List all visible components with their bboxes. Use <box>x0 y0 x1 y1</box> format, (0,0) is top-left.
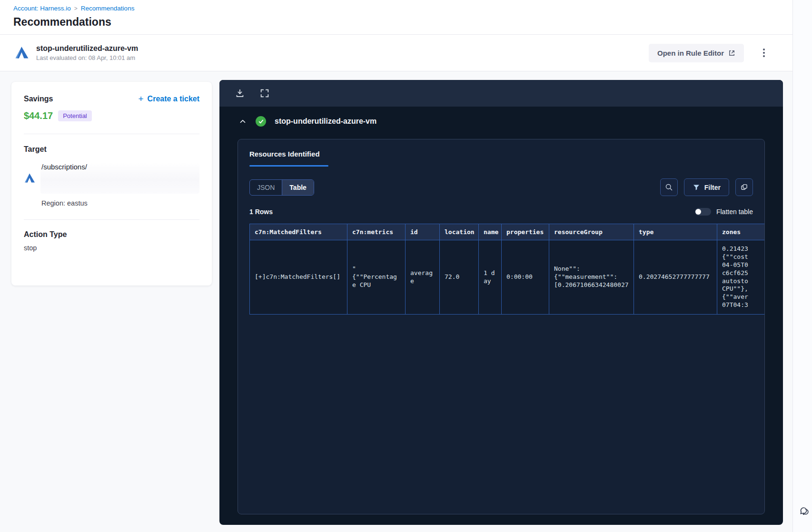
flatten-table-toggle[interactable] <box>695 208 711 216</box>
breadcrumb-recommendations-link[interactable]: Recommendations <box>81 5 135 12</box>
column-header-type: type <box>634 224 717 240</box>
open-in-rule-editor-label: Open in Rule Editor <box>657 49 724 57</box>
resources-table: c7n:MatchedFilters c7n:metrics id locati… <box>249 224 765 315</box>
divider <box>24 134 199 134</box>
cell-c7n-metrics: " {""Percentage CPU <box>347 240 406 315</box>
target-path: /subscriptions/ <box>40 162 199 171</box>
resources-viewer-panel: stop-underutilized-azure-vm Resources Id… <box>219 80 783 525</box>
resources-table-container[interactable]: c7n:MatchedFilters c7n:metrics id locati… <box>249 224 765 315</box>
filter-label: Filter <box>704 184 721 191</box>
copy-icon <box>740 183 749 192</box>
cell-type: 0.20274652777777777 <box>634 240 717 315</box>
tab-active-underline <box>249 165 328 167</box>
table-row: [+]c7n:MatchedFilters[] " {""Percentage … <box>250 240 765 315</box>
summary-card: Savings + Create a ticket $44.17 Potenti… <box>11 82 212 286</box>
breadcrumb: Account: Harness.io > Recommendations <box>13 5 134 12</box>
external-link-icon <box>728 49 735 57</box>
viewer-toolbar <box>219 80 783 107</box>
action-type-label: Action Type <box>24 230 199 239</box>
breadcrumb-separator: > <box>74 5 78 12</box>
view-mode-json[interactable]: JSON <box>250 180 282 195</box>
tab-resources-identified[interactable]: Resources Identified <box>249 150 328 167</box>
divider <box>24 219 199 220</box>
collapse-chevron-icon[interactable] <box>238 117 247 126</box>
copy-button[interactable] <box>735 178 753 196</box>
chat-launcher-button[interactable] <box>798 504 812 519</box>
view-mode-table[interactable]: Table <box>282 180 314 195</box>
savings-amount: $44.17 <box>24 110 53 121</box>
more-options-menu-button[interactable] <box>760 46 768 60</box>
filter-button[interactable]: Filter <box>684 178 729 196</box>
cell-resourcegroup: None"": {""measurement"": [0.20671066342… <box>549 240 634 315</box>
viewer-recommendation-title: stop-underutilized-azure-vm <box>275 117 376 126</box>
last-evaluated-text: Last evaluated on: 08 Apr, 10:01 am <box>36 54 138 61</box>
search-icon <box>664 183 673 192</box>
cell-zones: 0.21423 {""cost 04-05T0 c6cf625 autosto … <box>717 240 765 315</box>
column-header-name: name <box>479 224 502 240</box>
open-in-rule-editor-button[interactable]: Open in Rule Editor <box>649 44 744 62</box>
cell-location: 72.0 <box>440 240 479 315</box>
toggle-knob <box>695 209 701 215</box>
plus-icon: + <box>139 94 144 103</box>
azure-icon <box>14 45 30 60</box>
savings-label: Savings <box>24 95 53 103</box>
target-path-redacted-area: /subscriptions/ <box>40 162 199 194</box>
table-header-row: c7n:MatchedFilters c7n:metrics id locati… <box>250 224 765 240</box>
top-bar: Account: Harness.io > Recommendations Re… <box>0 0 812 34</box>
potential-badge: Potential <box>58 110 92 121</box>
cell-name: 1 day <box>479 240 502 315</box>
rows-count: 1 Rows <box>249 208 273 216</box>
cell-id: average <box>406 240 440 315</box>
target-label: Target <box>24 145 199 154</box>
fullscreen-icon[interactable] <box>259 88 270 99</box>
chat-bubbles-icon <box>798 504 812 519</box>
cell-matchedfilters-expand-link[interactable]: [+]c7n:MatchedFilters[] <box>250 240 347 315</box>
download-icon[interactable] <box>235 88 245 99</box>
column-header-c7n-matchedfilters: c7n:MatchedFilters <box>250 224 347 240</box>
column-header-location: location <box>440 224 479 240</box>
filter-funnel-icon <box>693 184 700 191</box>
search-button[interactable] <box>660 178 678 196</box>
scroll-gutter <box>792 0 812 532</box>
column-header-properties: properties <box>502 224 549 240</box>
page-title: Recommendations <box>13 16 111 29</box>
flatten-table-label: Flatten table <box>716 208 753 216</box>
recommendation-name: stop-underutilized-azure-vm <box>36 44 138 53</box>
resources-identified-panel: Resources Identified JSON Table Filter <box>238 139 765 514</box>
tab-label: Resources Identified <box>249 150 328 158</box>
column-header-c7n-metrics: c7n:metrics <box>347 224 406 240</box>
action-type-value: stop <box>24 244 199 252</box>
target-region: Region: eastus <box>41 199 199 207</box>
column-header-id: id <box>406 224 440 240</box>
cell-properties: 0:00:00 <box>502 240 549 315</box>
column-header-zones: zones <box>717 224 765 240</box>
azure-icon <box>24 172 36 184</box>
create-ticket-label: Create a ticket <box>148 95 199 103</box>
view-mode-segmented-control: JSON Table <box>249 179 314 196</box>
create-ticket-button[interactable]: + Create a ticket <box>139 94 200 103</box>
recommendation-header: stop-underutilized-azure-vm Last evaluat… <box>0 34 792 71</box>
success-check-icon <box>256 116 266 127</box>
breadcrumb-account-link[interactable]: Account: Harness.io <box>13 5 71 12</box>
column-header-resourcegroup: resourceGroup <box>549 224 634 240</box>
